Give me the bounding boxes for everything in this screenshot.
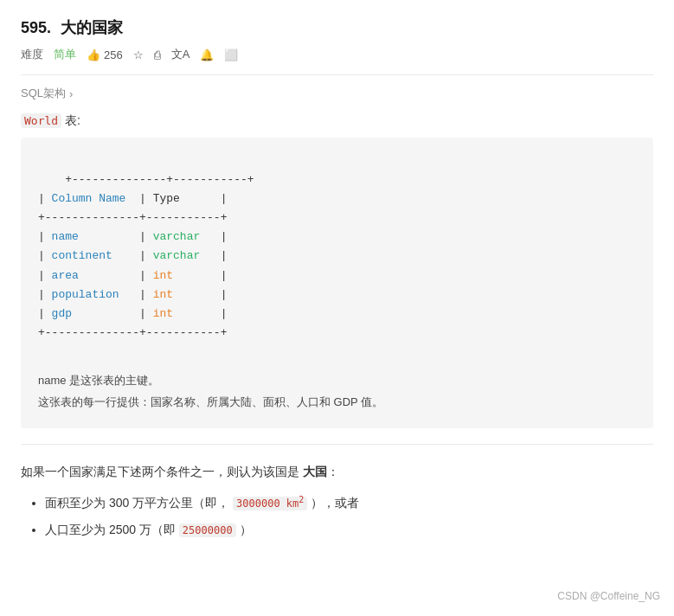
schema-table: +--------------+-----------+ | Column Na… [38,151,636,362]
condition-intro: 如果一个国家满足下述两个条件之一，则认为该国是 大国： [21,460,653,484]
world-table-label: World 表: [21,113,653,129]
schema-row-population: | population | int | [38,288,227,301]
difficulty-label: 难度 [21,47,43,62]
description-note: 这张表的每一行提供：国家名称、所属大陆、面积、人口和 GDP 值。 [38,392,636,412]
schema-border-mid: +--------------+-----------+ [38,211,227,224]
schema-border-bot: +--------------+-----------+ [38,326,227,339]
problem-title-text: 大的国家 [61,19,123,36]
translate-icon: 文A [171,47,190,62]
like-count: 256 [104,48,123,61]
star-button[interactable]: ☆ [133,48,144,61]
schema-row-area: | area | int | [38,269,227,282]
bullet1-code: 3000000 km2 [233,497,307,510]
like-button[interactable]: 👍 256 [87,48,123,61]
primary-key-note: name 是这张表的主键。 [38,370,636,390]
star-icon: ☆ [133,48,144,61]
world-keyword: World [21,113,61,128]
bookmark-button[interactable]: ⬜ [224,48,238,61]
bullet1-end: ），或者 [311,496,359,510]
bullet2-end: ） [240,523,252,536]
bullet2-text: 人口至少为 2500 万（即 [45,523,176,536]
condition-bullets: 面积至少为 300 万平方公里（即， 3000000 km2 ），或者 人口至少… [21,491,653,541]
condition-section: 如果一个国家满足下述两个条件之一，则认为该国是 大国： 面积至少为 300 万平… [21,460,653,542]
schema-box: +--------------+-----------+ | Column Na… [21,138,653,428]
chevron-right-icon: › [69,87,73,100]
bullet1-text: 面积至少为 300 万平方公里（即， [45,496,229,510]
schema-row-continent: | continent | varchar | [38,249,227,262]
schema-notes: name 是这张表的主键。 这张表的每一行提供：国家名称、所属大陆、面积、人口和… [38,370,636,413]
bell-button[interactable]: 🔔 [200,48,214,61]
problem-number: 595. [21,19,51,36]
schema-row-gdp: | gdp | int | [38,307,227,320]
table-intro-text: 表: [65,113,80,127]
translate-button[interactable]: 文A [171,47,190,62]
bullet-item-area: 面积至少为 300 万平方公里（即， 3000000 km2 ），或者 [45,491,653,515]
bell-icon: 🔔 [200,48,214,61]
title-row: 595. 大的国家 [21,17,653,38]
schema-header: | Column Name | Type | [38,192,227,205]
share-icon: ⎙ [154,48,161,61]
sql-schema-label: SQL架构 [21,86,66,101]
section-divider [21,444,653,445]
bullet2-code: 25000000 [179,523,236,537]
difficulty-value: 简单 [54,47,76,62]
bullet-item-population: 人口至少为 2500 万（即 25000000 ） [45,518,653,542]
bookmark-icon: ⬜ [224,48,238,61]
schema-border-top: +--------------+-----------+ [65,173,254,186]
problem-title: 595. 大的国家 [21,17,123,38]
sql-schema-link[interactable]: SQL架构 › [21,86,73,101]
like-icon: 👍 [87,48,100,61]
top-divider [21,74,653,75]
schema-row-name: | name | varchar | [38,230,227,243]
share-button[interactable]: ⎙ [154,48,161,61]
meta-row: 难度 简单 👍 256 ☆ ⎙ 文A 🔔 ⬜ [21,47,653,62]
